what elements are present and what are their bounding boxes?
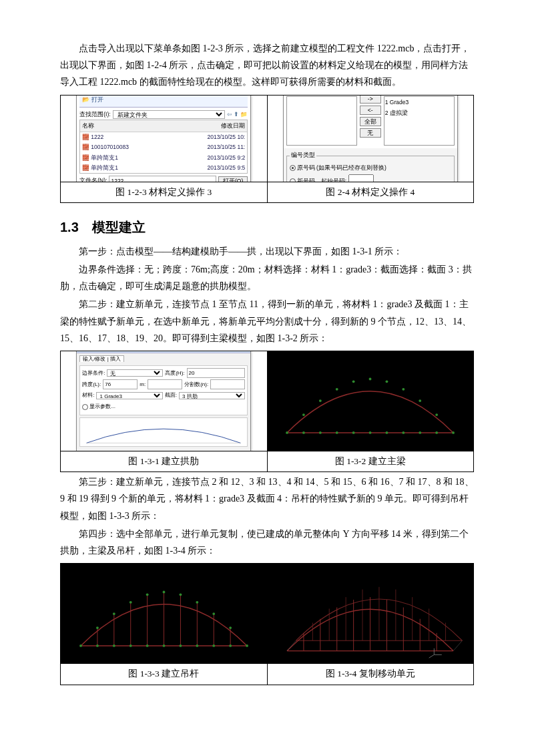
svg-point-47 — [162, 644, 165, 647]
caption-1-3-1: 图 1-3-1 建立拱肋 — [61, 451, 267, 471]
import-dialog: 从其它项目中导入材料 ✕ 材料列表 -> <- 全部 无 — [283, 96, 458, 182]
file-row: 🧱单跨简支12013/10/25 9:5 — [80, 163, 247, 173]
svg-point-19 — [403, 431, 405, 434]
figure-1-3-2: 图 1-3-2 建立主梁 — [268, 351, 475, 472]
open-button[interactable]: 打开(O) — [218, 176, 248, 182]
svg-point-12 — [452, 431, 455, 434]
svg-point-8 — [386, 381, 388, 383]
svg-point-15 — [336, 431, 338, 434]
svg-point-16 — [352, 431, 355, 434]
svg-line-73 — [453, 640, 462, 650]
svg-point-9 — [403, 388, 405, 391]
svg-point-43 — [96, 644, 99, 647]
arch-copy-view — [268, 564, 474, 663]
svg-point-44 — [113, 644, 115, 647]
figure-1-3-4: 图 1-3-4 复制移动单元 — [268, 563, 475, 685]
file-row: 🧱1001070100832013/10/25 11: — [80, 142, 247, 152]
svg-point-42 — [229, 626, 232, 629]
all-button[interactable]: 全部 — [360, 117, 381, 126]
start-number-input[interactable] — [348, 174, 374, 182]
figure-1-3-1: 拱桥建模助手 ✕ 输入/修改 | 插入 边界条件: 无 高度(H): 跨度(L)… — [60, 351, 268, 472]
svg-point-4 — [319, 400, 322, 403]
svg-point-5 — [336, 388, 338, 391]
lookin-select[interactable]: 新建文件夹 — [113, 110, 225, 119]
svg-point-7 — [369, 378, 372, 381]
svg-point-11 — [435, 414, 438, 417]
svg-line-72 — [287, 640, 296, 650]
step3-para: 第三步：建立新单元，连接节点 2 和 12、3 和 13、4 和 14、5 和 … — [60, 474, 474, 524]
step2-para: 第二步：建立新单元，连接节点 1 至节点 11，得到一新的单元，将材料 1：gr… — [60, 296, 474, 347]
svg-point-41 — [212, 612, 215, 615]
step4-para: 第四步：选中全部单元，进行单元复制，使已建成的单元整体向 Y 方向平移 14 米… — [60, 526, 474, 559]
radio-original[interactable]: 原号码 (如果号码已经存在则替换) — [290, 163, 386, 173]
svg-point-39 — [179, 593, 182, 596]
svg-point-37 — [146, 593, 148, 596]
wizard-tab[interactable]: 输入/修改 | 插入 — [79, 355, 124, 362]
svg-point-46 — [146, 644, 148, 647]
svg-point-18 — [386, 431, 388, 434]
caption-2-4: 图 2-4 材料定义操作 4 — [268, 182, 474, 202]
move-left-button[interactable]: <- — [360, 106, 381, 115]
arch-hanger-view — [61, 564, 267, 663]
svg-point-6 — [352, 381, 355, 383]
svg-point-32 — [79, 644, 82, 647]
folder-nav-icons[interactable]: ⇦ ⬆ 📁 — [227, 110, 248, 120]
arch-main-beam-view — [268, 351, 474, 451]
wizard-preview — [79, 417, 248, 447]
svg-point-35 — [113, 612, 115, 615]
caption-1-3-3: 图 1-3-3 建立吊杆 — [61, 664, 267, 684]
figure-row-13b: 图 1-3-3 建立吊杆 — [60, 563, 474, 685]
svg-point-34 — [96, 626, 99, 629]
span-input[interactable] — [103, 379, 138, 389]
caption-1-2-3: 图 1-2-3 材料定义操作 3 — [61, 182, 267, 202]
boundary-select[interactable]: 无 — [107, 369, 163, 377]
open-dialog: 材料和截面 ✕ 材料 截面 厚度 📂 打开 查找范 — [76, 96, 251, 182]
file-row: 🧱12222013/10/25 10: — [80, 132, 247, 142]
step1-para: 第一步：点击模型——结构建模助手——拱，出现以下界面，如图 1-3-1 所示： — [60, 243, 474, 260]
caption-1-3-4: 图 1-3-4 复制移动单元 — [268, 664, 474, 684]
file-list[interactable]: 名称修改日期 🧱12222013/10/25 10: 🧱100107010083… — [79, 120, 248, 174]
svg-point-10 — [419, 400, 422, 403]
select-list[interactable]: 1 Grade3 2 虚拟梁 — [384, 96, 455, 146]
svg-point-51 — [229, 644, 232, 647]
height-input[interactable] — [187, 368, 246, 378]
material-select[interactable]: 1 Grade3 — [96, 392, 162, 399]
svg-line-76 — [429, 654, 435, 658]
svg-point-14 — [319, 431, 322, 434]
svg-point-48 — [179, 644, 182, 647]
svg-point-50 — [212, 644, 215, 647]
lookin-label: 查找范围(I): — [79, 110, 110, 120]
move-right-button[interactable]: -> — [360, 96, 381, 104]
filename-label: 文件名(N): — [79, 176, 107, 182]
section-select[interactable]: 3 拱肋 — [179, 392, 245, 399]
intro-paragraph-1: 点击导入出现以下菜单条如图 1-2-3 所示，选择之前建立模型的工程文件 122… — [60, 40, 474, 91]
material-list[interactable] — [286, 96, 357, 146]
svg-point-17 — [369, 431, 372, 434]
svg-point-38 — [162, 590, 165, 593]
svg-point-45 — [129, 644, 132, 647]
filename-input[interactable] — [109, 176, 216, 182]
caption-1-3-2: 图 1-3-2 建立主梁 — [268, 451, 474, 471]
step1-detail: 边界条件选择：无；跨度：76m;高度：20m；材料选择：材料 1：grade3：… — [60, 261, 474, 295]
svg-point-13 — [302, 431, 305, 434]
svg-point-20 — [419, 431, 422, 434]
figure-1-3-3: 图 1-3-3 建立吊杆 — [60, 563, 268, 685]
numbering-group-title: 编号类型 — [290, 150, 316, 160]
figure-2-4: 从其它项目中导入材料 ✕ 材料列表 -> <- 全部 无 — [268, 95, 475, 203]
sub-open-title: 打开 — [91, 96, 103, 103]
figure-row-13a: 拱桥建模助手 ✕ 输入/修改 | 插入 边界条件: 无 高度(H): 跨度(L)… — [60, 351, 474, 472]
figure-row-12: 材料和截面 ✕ 材料 截面 厚度 📂 打开 查找范 — [60, 95, 474, 203]
radio-new[interactable]: 新号码 — [290, 176, 315, 182]
arch-wizard: 拱桥建模助手 ✕ 输入/修改 | 插入 边界条件: 无 高度(H): 跨度(L)… — [76, 351, 251, 451]
none-button[interactable]: 无 — [360, 128, 381, 138]
svg-point-40 — [196, 601, 198, 604]
figure-1-2-3: 材料和截面 ✕ 材料 截面 厚度 📂 打开 查找范 — [60, 95, 268, 203]
svg-point-2 — [286, 431, 288, 434]
svg-point-49 — [196, 644, 198, 647]
section-1-3-heading: 1.3 模型建立 — [60, 215, 474, 239]
svg-point-33 — [246, 644, 248, 647]
svg-point-21 — [435, 431, 438, 434]
svg-point-3 — [302, 414, 305, 417]
file-row: 🧱单跨简支12013/10/25 9:2 — [80, 153, 247, 163]
svg-point-36 — [129, 601, 132, 604]
